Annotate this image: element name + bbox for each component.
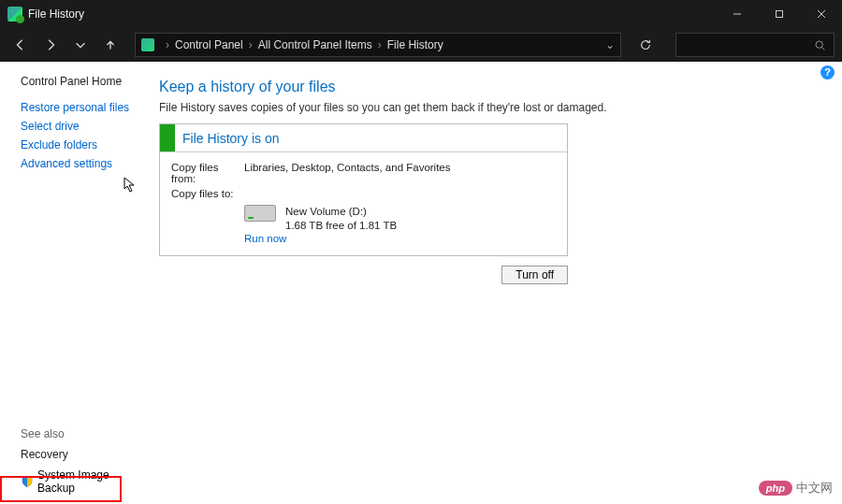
help-icon[interactable]: ? bbox=[820, 65, 835, 79]
breadcrumb-item[interactable]: File History bbox=[387, 38, 443, 51]
status-header: File History is on bbox=[160, 124, 567, 152]
page-heading: Keep a history of your files bbox=[159, 79, 820, 95]
address-bar[interactable]: › Control Panel › All Control Panel Item… bbox=[135, 33, 621, 57]
page-subtext: File History saves copies of your files … bbox=[159, 101, 820, 114]
chevron-right-icon: › bbox=[166, 38, 169, 51]
restore-personal-files-link[interactable]: Restore personal files bbox=[21, 101, 150, 114]
status-title: File History is on bbox=[175, 131, 279, 146]
chevron-down-icon[interactable]: ⌄ bbox=[605, 38, 615, 51]
recent-dropdown[interactable] bbox=[67, 32, 94, 58]
turn-off-button[interactable]: Turn off bbox=[501, 266, 568, 284]
copy-from-value: Libraries, Desktop, Contacts, and Favori… bbox=[244, 162, 556, 184]
content-area: Control Panel Home Restore personal file… bbox=[0, 62, 842, 504]
drive-name: New Volume (D:) bbox=[285, 205, 397, 219]
watermark-text: 中文网 bbox=[796, 480, 833, 497]
breadcrumb-root-icon bbox=[141, 38, 154, 51]
watermark-pill: php bbox=[759, 481, 792, 496]
main-panel: ? Keep a history of your files File Hist… bbox=[159, 62, 842, 504]
run-now-link[interactable]: Run now bbox=[244, 233, 286, 244]
drive-space: 1.68 TB free of 1.81 TB bbox=[285, 219, 397, 233]
system-image-backup-label: System Image Backup bbox=[37, 468, 150, 495]
refresh-button[interactable] bbox=[632, 32, 659, 58]
control-panel-home-link[interactable]: Control Panel Home bbox=[21, 75, 150, 88]
recovery-link[interactable]: Recovery bbox=[21, 448, 150, 461]
up-button[interactable] bbox=[97, 32, 123, 58]
breadcrumb-item[interactable]: All Control Panel Items bbox=[258, 38, 372, 51]
advanced-settings-link[interactable]: Advanced settings bbox=[21, 157, 150, 170]
app-icon bbox=[7, 7, 22, 22]
forward-button[interactable] bbox=[37, 32, 64, 58]
select-drive-link[interactable]: Select drive bbox=[21, 120, 150, 133]
status-box: File History is on Copy files from: Libr… bbox=[159, 123, 568, 256]
back-button[interactable] bbox=[7, 32, 34, 58]
breadcrumb-item[interactable]: Control Panel bbox=[175, 38, 243, 51]
shield-icon bbox=[21, 475, 34, 488]
sidebar: Control Panel Home Restore personal file… bbox=[0, 62, 159, 504]
chevron-right-icon: › bbox=[378, 38, 382, 51]
copy-to-label: Copy files to: bbox=[171, 188, 244, 199]
watermark: php 中文网 bbox=[759, 480, 833, 497]
svg-line-5 bbox=[822, 47, 825, 50]
minimize-button[interactable] bbox=[716, 0, 758, 28]
system-image-backup-link[interactable]: System Image Backup bbox=[21, 468, 150, 495]
maximize-button[interactable] bbox=[758, 0, 800, 28]
svg-rect-1 bbox=[776, 11, 782, 18]
search-icon bbox=[814, 39, 826, 51]
chevron-right-icon: › bbox=[249, 38, 253, 51]
exclude-folders-link[interactable]: Exclude folders bbox=[21, 138, 150, 151]
toolbar: › Control Panel › All Control Panel Item… bbox=[0, 28, 842, 62]
drive-icon bbox=[244, 205, 276, 222]
titlebar: File History bbox=[0, 0, 842, 28]
copy-from-label: Copy files from: bbox=[171, 162, 244, 184]
close-button[interactable] bbox=[800, 0, 842, 28]
status-on-indicator bbox=[160, 124, 175, 151]
svg-point-4 bbox=[816, 41, 822, 48]
window-title: File History bbox=[28, 7, 716, 21]
see-also-label: See also bbox=[21, 427, 150, 440]
search-input[interactable] bbox=[675, 33, 835, 57]
